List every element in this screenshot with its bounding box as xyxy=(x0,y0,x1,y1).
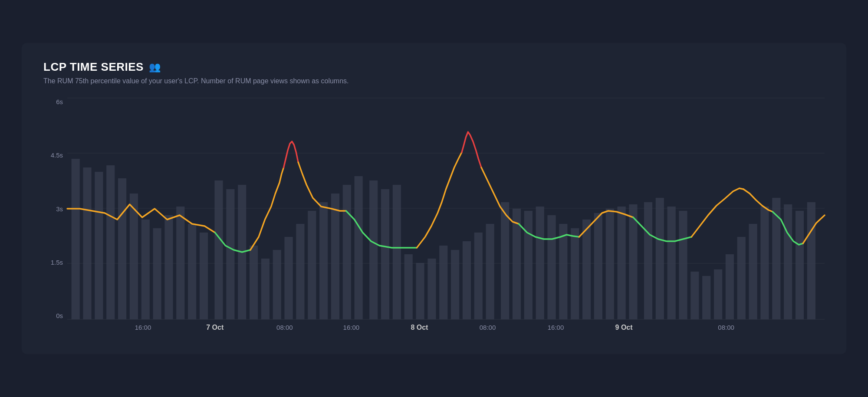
x-label-9oct: 9 Oct xyxy=(615,324,633,331)
y-label-4.5s: 4.5s xyxy=(43,151,67,159)
svg-rect-5 xyxy=(72,159,80,319)
y-label-3s: 3s xyxy=(43,205,67,213)
chart-svg xyxy=(67,98,825,319)
x-label-16-00-2: 16:00 xyxy=(343,324,360,331)
chart-container: LCP TIME SERIES 👥 The RUM 75th percentil… xyxy=(22,43,846,354)
svg-rect-11 xyxy=(141,220,150,319)
svg-rect-13 xyxy=(164,215,173,319)
svg-rect-40 xyxy=(486,224,494,319)
svg-rect-66 xyxy=(796,211,804,319)
svg-rect-22 xyxy=(273,250,281,319)
svg-rect-7 xyxy=(95,172,103,319)
svg-rect-30 xyxy=(369,180,378,319)
title-row: LCP TIME SERIES 👥 xyxy=(43,60,825,74)
svg-rect-67 xyxy=(807,202,815,319)
svg-rect-34 xyxy=(416,263,424,319)
svg-rect-21 xyxy=(261,259,270,319)
x-label-16-00-1: 16:00 xyxy=(135,324,151,331)
svg-rect-62 xyxy=(749,224,757,319)
svg-rect-20 xyxy=(250,246,258,319)
x-label-08-00-2: 08:00 xyxy=(480,324,496,331)
svg-rect-51 xyxy=(618,207,626,319)
svg-rect-6 xyxy=(83,167,91,319)
svg-rect-53 xyxy=(644,202,652,319)
y-label-0s: 0s xyxy=(43,312,67,319)
svg-rect-57 xyxy=(690,272,699,319)
svg-rect-31 xyxy=(381,189,389,319)
svg-rect-39 xyxy=(474,233,483,319)
svg-rect-38 xyxy=(463,241,471,319)
svg-rect-45 xyxy=(547,215,556,319)
svg-rect-9 xyxy=(118,178,126,319)
svg-rect-65 xyxy=(784,204,792,319)
svg-rect-61 xyxy=(737,237,746,319)
svg-rect-49 xyxy=(594,213,602,319)
x-label-7oct: 7 Oct xyxy=(206,324,224,331)
x-label-8oct: 8 Oct xyxy=(411,324,428,331)
chart-subtitle: The RUM 75th percentile value of your us… xyxy=(43,77,825,85)
x-label-08-00-1: 08:00 xyxy=(276,324,293,331)
svg-rect-17 xyxy=(214,180,223,319)
svg-rect-27 xyxy=(331,194,339,319)
svg-rect-12 xyxy=(153,228,161,319)
svg-rect-41 xyxy=(501,202,509,319)
x-axis: 16:00 7 Oct 08:00 16:00 8 Oct 08:00 16:0… xyxy=(67,319,825,341)
svg-rect-32 xyxy=(393,185,401,319)
svg-rect-52 xyxy=(629,204,637,319)
svg-rect-18 xyxy=(226,189,234,319)
svg-rect-26 xyxy=(319,202,328,319)
svg-rect-23 xyxy=(284,237,293,319)
svg-rect-60 xyxy=(726,254,734,319)
svg-rect-29 xyxy=(355,176,363,319)
svg-rect-50 xyxy=(606,209,614,319)
svg-rect-43 xyxy=(524,211,533,319)
svg-rect-36 xyxy=(439,246,447,319)
x-label-08-00-3: 08:00 xyxy=(718,324,734,331)
svg-rect-24 xyxy=(296,224,304,319)
svg-rect-25 xyxy=(308,211,316,319)
y-label-6s: 6s xyxy=(43,98,67,105)
x-label-16-00-3: 16:00 xyxy=(548,324,564,331)
svg-rect-48 xyxy=(582,220,591,319)
svg-rect-8 xyxy=(106,165,115,319)
svg-rect-35 xyxy=(427,259,436,319)
y-axis: 0s 1.5s 3s 4.5s 6s xyxy=(43,98,67,319)
svg-rect-16 xyxy=(200,233,208,319)
y-label-1.5s: 1.5s xyxy=(43,259,67,266)
svg-rect-59 xyxy=(714,269,722,319)
users-icon: 👥 xyxy=(149,62,161,73)
svg-rect-63 xyxy=(760,207,769,319)
svg-rect-15 xyxy=(188,224,196,319)
svg-rect-37 xyxy=(451,250,459,319)
svg-rect-54 xyxy=(656,198,664,319)
svg-rect-33 xyxy=(404,254,413,319)
grid-chart-area xyxy=(67,98,825,319)
svg-rect-44 xyxy=(536,207,544,319)
chart-area: 0s 1.5s 3s 4.5s 6s xyxy=(43,98,825,341)
chart-title: LCP TIME SERIES xyxy=(43,60,144,74)
svg-rect-14 xyxy=(176,207,184,319)
svg-rect-28 xyxy=(343,185,351,319)
svg-rect-56 xyxy=(679,211,687,319)
svg-rect-55 xyxy=(667,207,676,319)
svg-rect-46 xyxy=(559,224,567,319)
svg-rect-58 xyxy=(702,276,710,319)
svg-rect-47 xyxy=(571,228,579,319)
